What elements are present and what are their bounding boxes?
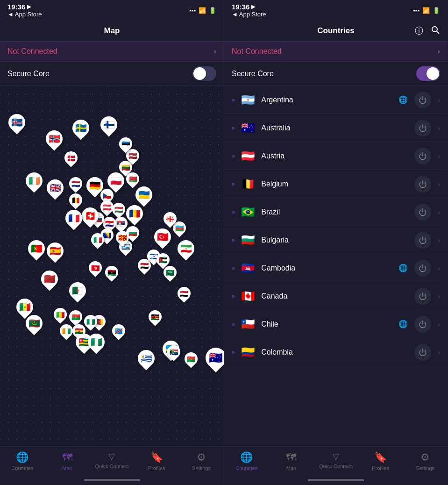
table-row[interactable]: » 🇦🇷 Argentina 🌐 › <box>224 86 448 114</box>
right-tab-quick-connect[interactable]: ▽ Quick Connect <box>313 451 358 469</box>
country-connect-button[interactable] <box>414 316 431 333</box>
left-tab-countries-label: Countries <box>11 465 33 471</box>
left-not-connected-text: Not Connected <box>7 47 57 56</box>
right-tab-settings-label: Settings <box>416 465 434 471</box>
country-name: Brazil <box>261 208 410 216</box>
globe-icon: 🌐 <box>398 320 408 328</box>
country-name: Canada <box>261 292 410 300</box>
right-tab-countries-icon: 🌐 <box>240 451 253 464</box>
country-detail-chevron: › <box>438 349 440 356</box>
table-row[interactable]: » 🇦🇹 Austria › <box>224 142 448 170</box>
table-row[interactable]: » 🇦🇺 Australia › <box>224 114 448 142</box>
left-tab-countries[interactable]: 🌐 Countries <box>0 451 45 471</box>
country-detail-chevron: › <box>438 180 440 188</box>
right-tab-map-label: Map <box>286 465 296 471</box>
left-tab-qc-label: Quick Connect <box>95 464 128 469</box>
left-secure-core-toggle[interactable] <box>192 66 216 81</box>
left-not-connected-chevron: › <box>214 47 216 56</box>
left-tab-profiles-label: Profiles <box>148 465 165 471</box>
country-detail-chevron: › <box>438 152 440 160</box>
right-time-text: 19:36 <box>232 3 249 11</box>
country-flag: 🇧🇷 <box>240 206 256 219</box>
left-tab-qc-icon: ▽ <box>108 451 115 462</box>
right-tab-qc-icon: ▽ <box>333 451 339 462</box>
right-status-icons: ▪▪▪ 📶 🔋 <box>413 7 440 14</box>
country-name: Cambodia <box>261 264 394 272</box>
country-flag: 🇨🇴 <box>240 346 256 359</box>
right-battery-icon: 🔋 <box>433 7 440 14</box>
info-icon[interactable]: ⓘ <box>415 25 423 37</box>
country-connect-button[interactable] <box>414 176 431 193</box>
country-detail-chevron: › <box>438 208 440 216</box>
left-tab-settings[interactable]: ⚙ Settings <box>179 451 224 471</box>
country-name: Chile <box>261 320 394 328</box>
right-not-connected-bar[interactable]: Not Connected › <box>224 41 448 62</box>
right-tab-map[interactable]: 🗺 Map <box>269 451 314 471</box>
country-connect-button[interactable] <box>414 92 431 108</box>
right-nav-bar: Countries ⓘ <box>224 21 448 41</box>
left-tab-quick-connect[interactable]: ▽ Quick Connect <box>90 451 135 469</box>
country-name: Bulgaria <box>261 236 410 244</box>
left-wifi-icon: 📶 <box>199 7 206 14</box>
left-tab-settings-icon: ⚙ <box>197 451 206 464</box>
left-back-link[interactable]: ◄ App Store <box>7 11 42 18</box>
globe-icon: 🌐 <box>398 95 408 104</box>
left-tab-countries-icon: 🌐 <box>16 451 28 464</box>
table-row[interactable]: » 🇨🇦 Canada › <box>224 282 448 310</box>
country-connect-button[interactable] <box>414 232 431 249</box>
country-name: Belgium <box>261 180 410 188</box>
right-secure-core-row: Secure Core <box>224 62 448 86</box>
left-tab-settings-label: Settings <box>192 465 211 471</box>
country-expand-chevron: » <box>232 180 235 187</box>
country-connect-button[interactable] <box>414 288 431 305</box>
country-connect-button[interactable] <box>414 204 431 221</box>
table-row[interactable]: » 🇧🇪 Belgium › <box>224 170 448 198</box>
right-tab-qc-label: Quick Connect <box>319 464 353 469</box>
country-detail-chevron: › <box>438 124 440 132</box>
right-tab-profiles-label: Profiles <box>372 465 389 471</box>
country-detail-chevron: › <box>438 321 440 328</box>
country-expand-chevron: » <box>232 152 235 159</box>
right-tab-profiles[interactable]: 🔖 Profiles <box>358 451 403 471</box>
right-secure-core-toggle[interactable] <box>416 66 440 81</box>
right-secure-core-label: Secure Core <box>232 70 274 78</box>
country-connect-button[interactable] <box>414 260 431 277</box>
table-row[interactable]: » 🇰🇭 Cambodia 🌐 › <box>224 254 448 282</box>
right-tab-settings[interactable]: ⚙ Settings <box>403 451 448 471</box>
table-row[interactable]: » 🇨🇴 Colombia › <box>224 338 448 366</box>
left-not-connected-bar[interactable]: Not Connected › <box>0 41 224 62</box>
country-connect-button[interactable] <box>414 148 431 164</box>
left-home-indicator <box>84 479 140 481</box>
country-flag: 🇦🇷 <box>240 93 256 107</box>
countries-list: » 🇦🇷 Argentina 🌐 › » 🇦🇺 Australia › » 🇦🇹… <box>224 86 448 446</box>
right-wifi-icon: 📶 <box>422 7 430 14</box>
country-flag: 🇦🇹 <box>240 150 256 163</box>
right-back-link[interactable]: ◄ App Store <box>232 11 266 18</box>
table-row[interactable]: » 🇨🇱 Chile 🌐 › <box>224 310 448 338</box>
search-icon[interactable] <box>431 25 440 37</box>
right-location-icon: ▶ <box>251 4 255 10</box>
map-area[interactable]: 🇮🇸🇳🇴🇸🇪🇫🇮🇩🇰🇮🇪🇬🇧🇳🇱🇧🇪🇩🇪🇵🇱🇱🇹🇱🇻🇪🇪🇧🇾🇺🇦🇨🇿🇦🇹🇭🇺🇷🇴… <box>0 86 224 446</box>
table-row[interactable]: » 🇧🇬 Bulgaria › <box>224 226 448 254</box>
country-name: Austria <box>261 152 410 160</box>
left-secure-core-label: Secure Core <box>7 70 50 78</box>
country-connect-button[interactable] <box>414 120 431 136</box>
country-flag: 🇧🇬 <box>240 234 256 247</box>
left-tab-profiles[interactable]: 🔖 Profiles <box>134 451 179 471</box>
left-tab-bar: 🌐 Countries 🗺 Map ▽ Quick Connect 🔖 Prof… <box>0 446 224 485</box>
left-status-bar: 19:36 ▶ ◄ App Store ▪▪▪ 📶 🔋 <box>0 0 224 21</box>
table-row[interactable]: » 🇧🇷 Brazil › <box>224 198 448 226</box>
left-panel: 19:36 ▶ ◄ App Store ▪▪▪ 📶 🔋 Map Not Conn… <box>0 0 224 485</box>
country-detail-chevron: › <box>438 96 440 104</box>
country-connect-button[interactable] <box>414 344 431 361</box>
right-tab-countries[interactable]: 🌐 Countries <box>224 451 269 471</box>
country-expand-chevron: » <box>232 264 235 271</box>
left-location-icon: ▶ <box>27 4 31 10</box>
left-time: 19:36 ▶ <box>7 3 42 11</box>
country-flag: 🇦🇺 <box>240 121 256 135</box>
right-tab-settings-icon: ⚙ <box>420 451 430 464</box>
left-tab-profiles-icon: 🔖 <box>150 451 163 464</box>
country-expand-chevron: » <box>232 124 235 131</box>
left-tab-map[interactable]: 🗺 Map <box>45 451 90 471</box>
country-expand-chevron: » <box>232 321 235 328</box>
